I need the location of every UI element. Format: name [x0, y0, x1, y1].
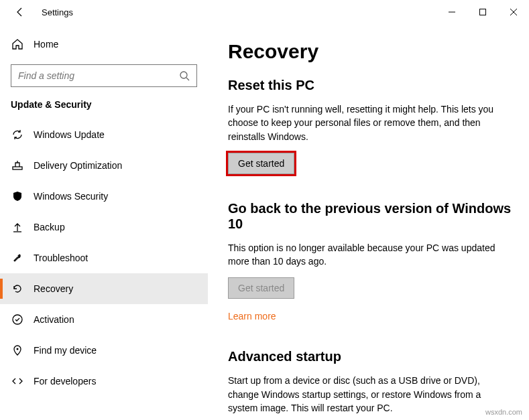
sidebar-item-find-my-device[interactable]: Find my device — [0, 335, 208, 366]
home-label: Home — [34, 39, 58, 50]
home-icon — [11, 38, 24, 50]
sidebar-item-label: For developers — [34, 376, 96, 387]
nav-list: Windows Update Delivery Optimization Win… — [0, 119, 208, 397]
sidebar-item-troubleshoot[interactable]: Troubleshoot — [0, 242, 208, 273]
reset-section: Reset this PC If your PC isn't running w… — [228, 78, 513, 174]
sidebar-item-label: Recovery — [34, 283, 73, 294]
title-bar: Settings — [0, 0, 529, 24]
home-link[interactable]: Home — [11, 31, 208, 58]
sidebar: Home Update & Security Windows Update De… — [0, 24, 208, 420]
recovery-icon — [11, 283, 24, 295]
main-panel: Recovery Reset this PC If your PC isn't … — [208, 24, 529, 420]
sidebar-item-label: Windows Update — [34, 129, 105, 140]
window-title: Settings — [42, 7, 73, 17]
sidebar-item-windows-update[interactable]: Windows Update — [0, 119, 208, 150]
sidebar-item-for-developers[interactable]: For developers — [0, 366, 208, 397]
advanced-body: Start up from a device or disc (such as … — [228, 374, 510, 415]
back-button[interactable] — [11, 7, 30, 17]
sidebar-item-windows-security[interactable]: Windows Security — [0, 181, 208, 212]
minimize-icon — [449, 9, 455, 15]
location-icon — [11, 344, 24, 356]
goback-heading: Go back to the previous version of Windo… — [228, 201, 513, 232]
svg-point-8 — [13, 315, 22, 324]
backup-icon — [11, 221, 24, 233]
watermark: wsxdn.com — [485, 408, 522, 416]
maximize-icon — [479, 9, 486, 15]
section-header: Update & Security — [11, 99, 208, 110]
shield-icon — [11, 190, 24, 202]
advanced-section: Advanced startup Start up from a device … — [228, 349, 513, 415]
arrow-left-icon — [15, 7, 25, 17]
goback-section: Go back to the previous version of Windo… — [228, 201, 513, 323]
sidebar-item-label: Windows Security — [34, 191, 108, 202]
sync-icon — [11, 129, 24, 141]
sidebar-item-activation[interactable]: Activation — [0, 304, 208, 335]
maximize-button[interactable] — [467, 1, 498, 23]
goback-get-started-button: Get started — [228, 277, 294, 299]
close-button[interactable] — [498, 1, 529, 23]
svg-rect-1 — [480, 9, 486, 15]
search-box[interactable] — [11, 64, 197, 87]
svg-point-9 — [17, 348, 19, 350]
search-input[interactable] — [18, 70, 179, 81]
search-icon — [179, 70, 190, 81]
goback-body: This option is no longer available becau… — [228, 241, 510, 269]
check-circle-icon — [11, 313, 24, 326]
sidebar-item-label: Backup — [34, 222, 65, 232]
reset-get-started-button[interactable]: Get started — [228, 153, 294, 174]
advanced-heading: Advanced startup — [228, 349, 513, 364]
reset-body: If your PC isn't running well, resetting… — [228, 102, 510, 143]
sidebar-item-recovery[interactable]: Recovery — [0, 273, 208, 304]
wrench-icon — [11, 252, 24, 264]
svg-rect-6 — [13, 167, 22, 169]
learn-more-link[interactable]: Learn more — [228, 311, 276, 322]
delivery-icon — [11, 159, 24, 171]
sidebar-item-delivery-optimization[interactable]: Delivery Optimization — [0, 150, 208, 181]
close-icon — [510, 9, 517, 15]
reset-heading: Reset this PC — [228, 78, 513, 93]
page-title: Recovery — [228, 40, 513, 63]
window-controls — [436, 1, 529, 23]
sidebar-item-backup[interactable]: Backup — [0, 212, 208, 242]
code-icon — [11, 375, 24, 387]
svg-line-5 — [186, 78, 189, 80]
sidebar-item-label: Find my device — [34, 345, 97, 356]
sidebar-item-label: Delivery Optimization — [34, 160, 122, 171]
sidebar-item-label: Activation — [34, 314, 74, 325]
minimize-button[interactable] — [436, 1, 467, 23]
svg-point-4 — [180, 72, 187, 78]
sidebar-item-label: Troubleshoot — [34, 253, 88, 263]
